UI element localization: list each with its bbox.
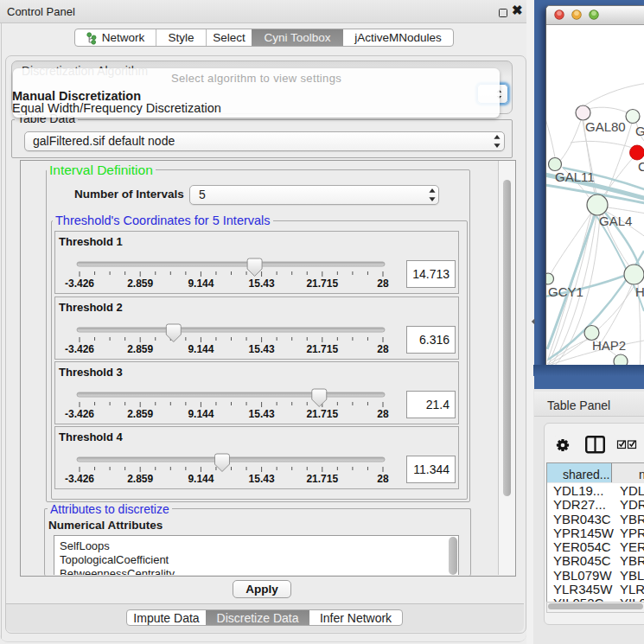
svg-text:C...: C... — [638, 159, 644, 174]
svg-text:9.144: 9.144 — [188, 343, 214, 355]
svg-text:28: 28 — [377, 473, 389, 485]
svg-text:21.715: 21.715 — [306, 277, 338, 290]
svg-text:9.144: 9.144 — [188, 277, 214, 290]
svg-text:2.859: 2.859 — [127, 408, 153, 420]
svg-text:GAL11: GAL11 — [555, 169, 595, 184]
svg-text:28: 28 — [377, 277, 389, 290]
svg-text:21.715: 21.715 — [306, 473, 338, 485]
svg-text:2.859: 2.859 — [127, 343, 153, 355]
svg-text:GAL80: GAL80 — [585, 119, 626, 134]
svg-text:H: H — [635, 284, 644, 299]
svg-text:-3.426: -3.426 — [65, 408, 94, 420]
svg-text:-3.426: -3.426 — [65, 343, 94, 355]
svg-text:15.43: 15.43 — [249, 408, 275, 420]
svg-text:15.43: 15.43 — [249, 343, 275, 355]
svg-text:HAP2: HAP2 — [592, 338, 626, 353]
svg-text:-3.426: -3.426 — [65, 277, 94, 290]
svg-text:21.715: 21.715 — [306, 408, 338, 420]
svg-text:-3.426: -3.426 — [65, 473, 94, 485]
svg-text:28: 28 — [377, 343, 389, 355]
svg-text:GCY1: GCY1 — [548, 284, 583, 299]
svg-text:G...: G... — [635, 124, 644, 138]
svg-text:2.859: 2.859 — [127, 473, 153, 485]
svg-text:21.715: 21.715 — [306, 343, 338, 355]
svg-text:15.43: 15.43 — [249, 473, 275, 485]
svg-text:15.43: 15.43 — [249, 277, 275, 290]
svg-text:9.144: 9.144 — [188, 473, 214, 485]
svg-text:9.144: 9.144 — [188, 408, 214, 420]
svg-text:2.859: 2.859 — [127, 277, 153, 290]
svg-text:GAL4: GAL4 — [599, 214, 632, 228]
svg-text:28: 28 — [377, 408, 389, 420]
